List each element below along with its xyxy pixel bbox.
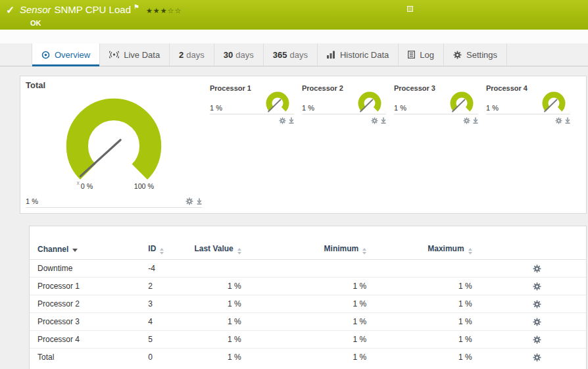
mini-gauge-value: 1 % — [394, 104, 406, 112]
channel-settings-icon[interactable] — [533, 264, 541, 273]
column-header-settings — [488, 239, 586, 259]
table-header-row: Channel ID Last Value Minimum Maximum — [30, 239, 586, 259]
prtg-sensor-page: ✓ SensorSNMP CPU Load⚑★★★☆☆ OK Overview … — [0, 0, 588, 369]
channel-settings-cell — [488, 348, 586, 366]
channel-maximum: 1 % — [382, 312, 487, 330]
tab-365-days[interactable]: 365days — [264, 43, 318, 66]
channel-settings-icon[interactable] — [533, 300, 541, 308]
channel-name[interactable]: Processor 3 — [30, 312, 128, 330]
table-row[interactable]: Processor 2 3 1 % 1 % 1 % — [30, 295, 586, 312]
channel-id: 3 — [128, 295, 184, 312]
subheader-band — [0, 30, 588, 43]
channel-maximum — [382, 259, 487, 277]
channel-last-value: 1 % — [185, 348, 257, 366]
stars-empty[interactable]: ☆☆ — [168, 7, 182, 14]
channel-name[interactable]: Downtime — [30, 259, 128, 277]
gauge-pin-icon[interactable] — [565, 117, 570, 124]
channel-last-value: 1 % — [185, 312, 257, 330]
sort-icon — [468, 248, 472, 255]
sensor-title: SNMP CPU Load — [55, 4, 131, 15]
tab-historic-data[interactable]: Historic Data — [318, 43, 399, 66]
live-data-icon — [109, 51, 119, 59]
total-gauge-dial: x 0 % 100 % — [49, 91, 178, 199]
column-header-id[interactable]: ID — [128, 239, 184, 259]
sensor-title-row: SensorSNMP CPU Load⚑★★★☆☆ — [20, 3, 182, 15]
tab-label: Log — [420, 50, 434, 60]
tab-settings[interactable]: Settings — [444, 43, 507, 66]
tab-number: 365 — [273, 50, 287, 60]
processor-2-gauge-cell: Processor 2 1 % — [302, 84, 386, 124]
table-row[interactable]: Processor 4 5 1 % 1 % 1 % — [30, 330, 586, 348]
object-kind-label: Sensor — [20, 4, 51, 15]
stars-filled[interactable]: ★★★ — [146, 7, 168, 14]
channel-id: 2 — [128, 277, 184, 295]
tab-unit: days — [186, 50, 204, 60]
log-list-icon — [408, 51, 415, 59]
gauge-settings-icon[interactable] — [185, 197, 193, 205]
tab-number: 2 — [179, 50, 184, 60]
tab-unit: days — [289, 50, 307, 60]
processor-3-gauge-cell: Processor 3 1 % — [394, 84, 478, 124]
total-gauge-title: Total — [26, 80, 202, 91]
table-row[interactable]: Downtime -4 — [30, 259, 586, 277]
gauge-pin-icon[interactable] — [289, 117, 294, 124]
main-content: Total x 0 % 100 % 1 % Processor — [0, 66, 588, 369]
table-row[interactable]: Processor 1 2 1 % 1 % 1 % — [30, 277, 586, 295]
tab-label: Settings — [466, 50, 497, 60]
priority-stars[interactable]: ★★★☆☆ — [146, 7, 182, 14]
channel-maximum: 1 % — [382, 330, 487, 348]
sort-desc-icon — [72, 249, 78, 252]
tab-log[interactable]: Log — [399, 43, 444, 66]
channel-name[interactable]: Processor 2 — [30, 295, 128, 312]
mini-gauge-dial — [355, 89, 385, 115]
channel-settings-icon[interactable] — [533, 318, 541, 326]
gauge-settings-icon[interactable] — [555, 117, 562, 124]
channel-settings-icon[interactable] — [533, 335, 541, 344]
overview-icon — [41, 51, 50, 59]
sensor-header: ✓ SensorSNMP CPU Load⚑★★★☆☆ OK — [0, 0, 588, 30]
tab-label: Historic Data — [340, 50, 389, 60]
channel-minimum: 1 % — [257, 277, 382, 295]
channel-settings-cell — [488, 295, 586, 312]
gauge-pin-icon[interactable] — [381, 117, 386, 124]
channel-maximum: 1 % — [382, 348, 487, 366]
mini-gauge-dial — [262, 89, 293, 115]
channel-id: 5 — [128, 330, 184, 348]
gauge-peak-marker: x — [76, 180, 80, 186]
column-header-channel[interactable]: Channel — [30, 239, 128, 259]
tab-30-days[interactable]: 30days — [214, 43, 264, 66]
gauge-max-label: 100 % — [134, 182, 155, 190]
small-window-icon[interactable] — [407, 6, 413, 12]
channel-name[interactable]: Processor 4 — [30, 330, 128, 348]
channel-minimum: 1 % — [257, 348, 382, 366]
gauge-pin-icon[interactable] — [197, 198, 202, 205]
gear-icon — [453, 51, 462, 59]
tab-live-data[interactable]: Live Data — [100, 43, 170, 66]
table-row[interactable]: Processor 3 4 1 % 1 % 1 % — [30, 312, 586, 330]
channel-settings-icon[interactable] — [533, 353, 541, 362]
channel-name[interactable]: Processor 1 — [30, 277, 128, 295]
mini-gauge-dial — [447, 89, 477, 115]
column-header-maximum[interactable]: Maximum — [382, 239, 487, 259]
gauge-settings-icon[interactable] — [279, 117, 286, 124]
channels-panel: Channel ID Last Value Minimum Maximum Do… — [29, 226, 587, 369]
channel-settings-cell — [488, 259, 586, 277]
column-header-last-value[interactable]: Last Value — [185, 239, 257, 259]
column-header-minimum[interactable]: Minimum — [257, 239, 382, 259]
channel-name[interactable]: Total — [30, 348, 128, 366]
sort-icon — [160, 248, 164, 255]
gauge-settings-icon[interactable] — [463, 117, 470, 124]
channel-settings-icon[interactable] — [533, 282, 541, 291]
gauge-settings-icon[interactable] — [371, 117, 378, 124]
processor-1-gauge-cell: Processor 1 1 % — [210, 84, 294, 124]
channel-id: -4 — [128, 259, 184, 277]
tab-label: Overview — [55, 50, 90, 60]
flag-icon[interactable]: ⚑ — [134, 3, 139, 11]
gauge-min-label: 0 % — [81, 182, 93, 190]
table-row[interactable]: Total 0 1 % 1 % 1 % — [30, 348, 586, 366]
channel-settings-cell — [488, 277, 586, 295]
channel-maximum: 1 % — [382, 277, 487, 295]
tab-2-days[interactable]: 2days — [170, 43, 214, 66]
tab-overview[interactable]: Overview — [32, 43, 100, 66]
gauge-pin-icon[interactable] — [473, 117, 478, 124]
